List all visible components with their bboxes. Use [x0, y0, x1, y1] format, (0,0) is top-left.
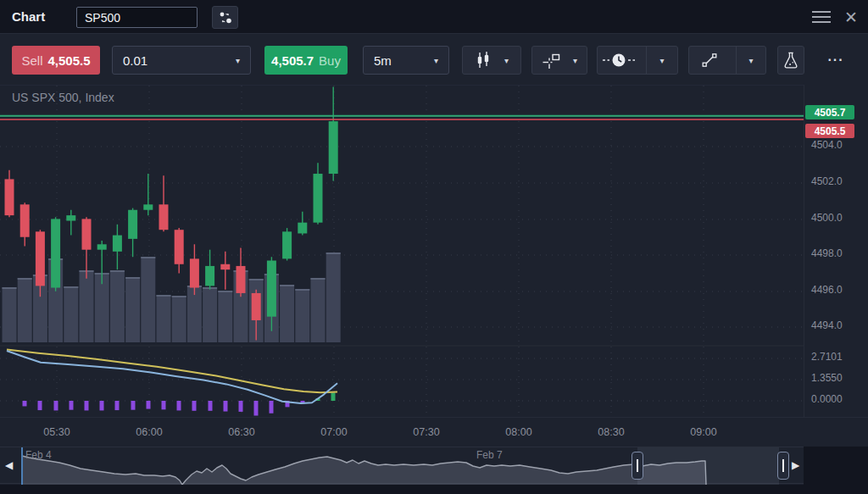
- macd-histogram-bar: [162, 401, 166, 409]
- trend-line-icon[interactable]: [689, 47, 730, 74]
- navigator-left-handle[interactable]: [632, 452, 643, 480]
- candle-body: [329, 121, 338, 174]
- axis-tick-label: 4498.0: [811, 247, 843, 259]
- volume-bar-cap: [125, 277, 140, 279]
- macd-histogram-bar: [209, 401, 213, 411]
- volume-bar-cap: [172, 296, 186, 297]
- volume-bar: [3, 287, 17, 342]
- candle-body: [82, 219, 92, 249]
- navigator-session-line: [21, 447, 23, 485]
- volume-bar: [141, 257, 155, 342]
- size-dropdown[interactable]: 0.01 ▾: [112, 46, 251, 75]
- candle-body: [66, 215, 75, 220]
- macd-histogram-bar: [115, 401, 120, 410]
- chart-canvas[interactable]: [0, 85, 804, 417]
- price-axis[interactable]: 4504.04502.04500.04498.04496.04494.02.71…: [804, 85, 868, 417]
- navigator-selection-window[interactable]: [637, 447, 779, 485]
- axis-tick-label: 4500.0: [811, 212, 843, 224]
- macd-histogram-bar: [100, 401, 104, 410]
- buy-label: Buy: [319, 53, 341, 68]
- chevron-down-icon: ▾: [573, 56, 577, 65]
- candlestick-style-icon: [475, 51, 492, 69]
- buy-button[interactable]: 4,505.7 Buy: [264, 46, 348, 75]
- macd-histogram-bar: [38, 401, 42, 410]
- volume-bar: [64, 286, 78, 342]
- clock-tool-caret[interactable]: ▾: [646, 47, 677, 74]
- macd-histogram-bar: [23, 401, 27, 406]
- chevron-down-icon: ▾: [236, 56, 240, 65]
- related-markets-button[interactable]: [212, 6, 238, 29]
- axis-tick-label: 4504.0: [811, 139, 843, 151]
- close-icon[interactable]: ✕: [844, 9, 858, 25]
- more-options-button[interactable]: ···: [821, 46, 851, 75]
- candle-body: [267, 261, 276, 317]
- navigator-scroll-right-icon[interactable]: ▶: [792, 459, 799, 471]
- volume-bar-cap: [280, 285, 294, 286]
- crosshair-price-label-icon: [542, 51, 560, 69]
- volume-bar: [157, 295, 171, 342]
- volume-bar-cap: [157, 295, 171, 297]
- window-title: Chart: [12, 9, 45, 24]
- price-and-indicator-panes: [0, 86, 804, 418]
- buy-price: 4,505.7: [271, 53, 314, 68]
- timeframe-dropdown[interactable]: 5m ▾: [363, 46, 449, 75]
- window-controls: ✕: [810, 0, 858, 34]
- volume-bar: [280, 285, 294, 342]
- time-tick-label: 06:00: [136, 426, 162, 438]
- chevron-down-icon: ▾: [434, 56, 438, 65]
- chevron-down-icon: ▾: [660, 56, 665, 65]
- symbol-value: SP500: [85, 11, 120, 25]
- volume-bar-cap: [249, 279, 264, 280]
- candle-body: [159, 204, 169, 230]
- symbol-input[interactable]: SP500: [76, 7, 198, 28]
- instrument-label: US SPX 500, Index: [12, 91, 114, 104]
- volume-bar: [311, 278, 326, 342]
- macd-histogram-bar: [85, 401, 89, 410]
- axis-tick-label: 4496.0: [811, 284, 843, 296]
- volume-bar-cap: [326, 253, 341, 254]
- history-navigator[interactable]: Feb 4Feb 7◀▶: [0, 447, 804, 484]
- drawing-tool: ▾: [688, 46, 766, 75]
- chevron-down-icon: ▾: [504, 56, 509, 65]
- navigator-scroll-left-icon[interactable]: ◀: [5, 459, 13, 471]
- macd-histogram-bar: [192, 401, 197, 411]
- time-tick-label: 09:00: [690, 426, 716, 438]
- menu-icon[interactable]: [810, 8, 832, 26]
- crosshair-tool-dropdown[interactable]: ▾: [531, 46, 587, 75]
- time-tick-label: 08:30: [598, 426, 624, 438]
- time-axis[interactable]: 05:3006:0006:3007:0007:3008:0008:3009:00: [0, 417, 868, 447]
- candle-body: [314, 174, 323, 223]
- time-tick-label: 08:00: [505, 426, 531, 438]
- chart-style-dropdown[interactable]: ▾: [462, 46, 521, 75]
- axis-tick-label: 4494.0: [811, 319, 843, 331]
- volume-bar-cap: [295, 289, 309, 291]
- candle-body: [113, 236, 122, 252]
- axis-tick-label: 4502.0: [811, 175, 843, 187]
- candle-body: [36, 231, 45, 286]
- volume-bar-cap: [110, 270, 125, 272]
- candle-body: [236, 266, 246, 293]
- candle-body: [51, 219, 60, 287]
- clock-dashes-icon[interactable]: [598, 47, 640, 74]
- session-clock-tool: ▾: [597, 46, 678, 75]
- sell-button[interactable]: Sell 4,505.5: [12, 46, 100, 75]
- volume-bar: [218, 291, 232, 342]
- time-tick-label: 06:30: [228, 426, 254, 438]
- indicators-button[interactable]: [777, 46, 804, 75]
- macd-histogram-bar: [224, 401, 228, 412]
- axis-tick-label: 1.3550: [811, 372, 843, 384]
- timeframe-value: 5m: [374, 53, 392, 68]
- macd-histogram-bar: [239, 401, 243, 412]
- candle-body: [252, 293, 261, 320]
- sell-label: Sell: [21, 53, 42, 68]
- volume-bar: [295, 289, 309, 342]
- drawing-tool-caret[interactable]: ▾: [736, 47, 765, 74]
- candle-body: [220, 264, 230, 269]
- candle-body: [282, 231, 292, 258]
- navigator-right-handle[interactable]: [777, 452, 789, 480]
- navigator-date-label: Feb 4: [25, 449, 52, 461]
- macd-histogram-bar: [147, 401, 151, 409]
- volume-bar: [172, 296, 186, 342]
- buy-price-tag: 4505.7: [805, 105, 854, 119]
- candle-body: [190, 258, 199, 287]
